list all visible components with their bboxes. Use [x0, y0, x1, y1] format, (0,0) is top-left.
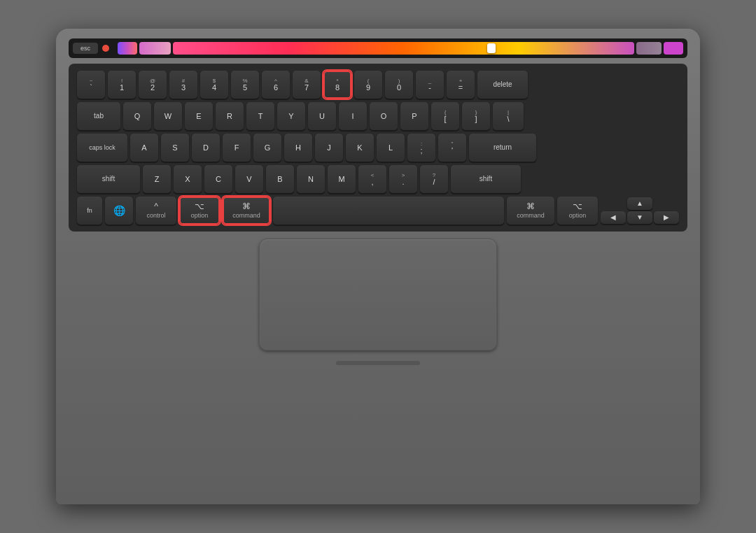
asdf-row: caps lock A S D F G H J K L : ; " ' retu…	[77, 134, 679, 162]
key-comma[interactable]: < ,	[358, 165, 386, 193]
key-return[interactable]: return	[469, 134, 536, 162]
esc-key[interactable]: esc	[73, 43, 98, 54]
arrow-cluster: ▲ ◀ ▼ ▶	[601, 197, 679, 224]
key-w[interactable]: W	[154, 102, 182, 130]
key-4[interactable]: $ 4	[200, 71, 228, 99]
key-l[interactable]: L	[377, 134, 405, 162]
key-k[interactable]: K	[346, 134, 374, 162]
key-i[interactable]: I	[339, 102, 367, 130]
touch-bar-display	[118, 42, 683, 55]
key-option-right[interactable]: ⌥ option	[557, 197, 598, 225]
key-6[interactable]: ^ 6	[262, 71, 290, 99]
key-f[interactable]: F	[223, 134, 251, 162]
key-delete[interactable]: delete	[477, 71, 528, 99]
qwerty-row: tab Q W E R T Y U I O P { [ } ] | \	[77, 102, 679, 130]
tb-seg2	[139, 42, 171, 55]
key-r[interactable]: R	[216, 102, 244, 130]
key-arrow-up[interactable]: ▲	[627, 197, 652, 210]
key-a[interactable]: A	[130, 134, 158, 162]
bottom-bar	[69, 356, 687, 370]
key-7[interactable]: & 7	[293, 71, 321, 99]
key-g[interactable]: G	[253, 134, 281, 162]
key-x[interactable]: X	[174, 165, 202, 193]
key-quote[interactable]: " '	[438, 134, 466, 162]
tb-close	[102, 45, 109, 52]
key-5[interactable]: % 5	[231, 71, 259, 99]
key-semicolon[interactable]: : ;	[407, 134, 435, 162]
key-0[interactable]: ) 0	[385, 71, 413, 99]
key-command-right[interactable]: ⌘ command	[507, 197, 554, 225]
key-tab[interactable]: tab	[77, 102, 120, 130]
key-slash[interactable]: ? /	[420, 165, 448, 193]
key-backslash[interactable]: | \	[493, 102, 524, 130]
key-b[interactable]: B	[266, 165, 294, 193]
key-q[interactable]: Q	[123, 102, 151, 130]
key-fn[interactable]: fn	[77, 197, 102, 225]
key-capslock[interactable]: caps lock	[77, 134, 127, 162]
key-space[interactable]	[273, 197, 504, 225]
trackpad[interactable]	[259, 239, 497, 350]
key-c[interactable]: C	[204, 165, 232, 193]
key-command-left[interactable]: ⌘ command	[223, 197, 270, 225]
keyboard: ~ ` ! 1 @ 2 # 3 $ 4 % 5	[69, 64, 687, 232]
key-arrow-right[interactable]: ▶	[654, 211, 679, 224]
key-e[interactable]: E	[185, 102, 213, 130]
tb-seg1	[118, 42, 137, 55]
key-9[interactable]: ( 9	[354, 71, 382, 99]
tb-slider-thumb[interactable]	[487, 43, 496, 53]
tb-controls	[102, 45, 109, 52]
zxcv-row: shift Z X C V B N M < , > . ? / shift	[77, 165, 679, 193]
key-minus[interactable]: _ -	[416, 71, 444, 99]
key-globe[interactable]: 🌐	[105, 197, 133, 225]
key-o[interactable]: O	[370, 102, 398, 130]
key-u[interactable]: U	[308, 102, 336, 130]
key-shift-right[interactable]: shift	[451, 165, 521, 193]
key-2[interactable]: @ 2	[139, 71, 167, 99]
key-j[interactable]: J	[315, 134, 343, 162]
key-lbracket[interactable]: { [	[431, 102, 459, 130]
key-v[interactable]: V	[235, 165, 263, 193]
key-tilde[interactable]: ~ `	[77, 71, 105, 99]
tb-seg5	[664, 42, 683, 55]
bottom-notch	[336, 361, 420, 365]
key-shift-left[interactable]: shift	[77, 165, 140, 193]
key-8[interactable]: * 8	[323, 71, 351, 99]
key-1[interactable]: ! 1	[108, 71, 136, 99]
key-3[interactable]: # 3	[169, 71, 197, 99]
touch-bar: esc	[69, 38, 687, 58]
key-h[interactable]: H	[284, 134, 312, 162]
key-arrow-down[interactable]: ▼	[627, 211, 652, 224]
key-equals[interactable]: + =	[447, 71, 475, 99]
tb-seg3	[173, 42, 634, 55]
key-m[interactable]: M	[328, 165, 356, 193]
key-period[interactable]: > .	[389, 165, 417, 193]
bottom-row: fn 🌐 ^ control ⌥ option ⌘ command ⌘ comm…	[77, 197, 679, 225]
key-arrow-left[interactable]: ◀	[601, 211, 626, 224]
key-z[interactable]: Z	[143, 165, 171, 193]
tb-seg4	[636, 42, 662, 55]
key-p[interactable]: P	[400, 102, 428, 130]
key-y[interactable]: Y	[277, 102, 305, 130]
key-option-left[interactable]: ⌥ option	[179, 197, 220, 225]
key-t[interactable]: T	[246, 102, 274, 130]
key-s[interactable]: S	[161, 134, 189, 162]
laptop-body: esc ~ ` ! 1 @	[56, 29, 700, 504]
key-rbracket[interactable]: } ]	[462, 102, 490, 130]
number-row: ~ ` ! 1 @ 2 # 3 $ 4 % 5	[77, 71, 679, 99]
key-n[interactable]: N	[297, 165, 325, 193]
key-d[interactable]: D	[192, 134, 220, 162]
key-control[interactable]: ^ control	[136, 197, 176, 225]
